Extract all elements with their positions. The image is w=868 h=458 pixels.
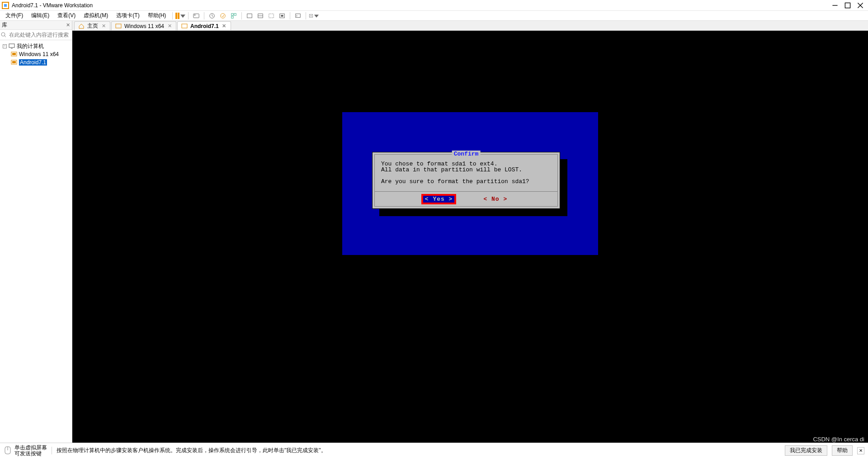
vm-tree: − 我的计算机 Windows 11 x64 Android7.1 xyxy=(0,40,72,68)
tab-windows[interactable]: Windows 11 x64 ✕ xyxy=(111,21,176,30)
vm-icon xyxy=(181,23,188,29)
search-icon xyxy=(1,32,6,38)
svg-marker-22 xyxy=(314,14,319,17)
tree-item-label: Android7.1 xyxy=(19,59,47,66)
tab-label: Android7.1 xyxy=(190,23,219,29)
statusbar: 单击虚拟屏幕 可发送按键 按照在物理计算机中的步骤安装客户机操作系统。完成安装后… xyxy=(0,443,868,458)
maximize-button[interactable] xyxy=(844,2,851,9)
tree-root-label: 我的计算机 xyxy=(17,42,44,50)
svg-rect-33 xyxy=(182,24,187,28)
status-tip-line1: 单击虚拟屏幕 xyxy=(14,445,47,451)
pause-icon xyxy=(175,13,179,19)
vm-icon xyxy=(11,51,17,57)
home-icon xyxy=(78,23,85,29)
minimize-button[interactable] xyxy=(832,2,838,9)
chevron-down-icon xyxy=(314,13,319,19)
close-button[interactable] xyxy=(857,2,863,9)
svg-point-23 xyxy=(1,33,5,36)
tabbar: 主页 ✕ Windows 11 x64 ✕ Android7.1 ✕ xyxy=(72,21,868,31)
separator xyxy=(375,191,557,192)
menu-tabs[interactable]: 选项卡(T) xyxy=(113,11,143,20)
svg-line-24 xyxy=(5,36,6,37)
separator xyxy=(306,12,306,19)
svg-rect-7 xyxy=(193,14,199,18)
view-unity-button[interactable] xyxy=(266,11,276,21)
tree-item-android[interactable]: Android7.1 xyxy=(1,58,71,66)
library-header: 库 ✕ xyxy=(0,21,72,30)
collapse-icon[interactable]: − xyxy=(3,44,7,48)
snapshot-take-button[interactable] xyxy=(207,11,217,21)
menu-vm[interactable]: 虚拟机(M) xyxy=(80,11,112,20)
status-tip: 单击虚拟屏幕 可发送按键 xyxy=(4,445,47,457)
menu-help[interactable]: 帮助(H) xyxy=(144,11,170,20)
vm-console[interactable]: Confirm You chose to format sda1 to ext4… xyxy=(72,31,868,443)
svg-rect-26 xyxy=(9,44,14,47)
tab-close-button[interactable]: ✕ xyxy=(101,24,106,29)
chevron-down-icon xyxy=(180,13,185,19)
confirm-dialog: Confirm You chose to format sda1 to ext4… xyxy=(372,152,560,209)
dialog-no-button[interactable]: < No > xyxy=(481,196,509,203)
svg-rect-19 xyxy=(281,15,283,17)
tab-home[interactable]: 主页 ✕ xyxy=(74,21,110,30)
view-multi-button[interactable] xyxy=(255,11,265,21)
svg-point-10 xyxy=(221,13,226,18)
dialog-line-2: All data in that partition will be LOST. xyxy=(381,166,522,173)
dialog-yes-button[interactable]: < Yes > xyxy=(423,196,455,203)
svg-rect-17 xyxy=(269,14,274,18)
snapshot-revert-button[interactable] xyxy=(218,11,228,21)
install-done-button[interactable]: 我已完成安装 xyxy=(785,445,827,456)
menu-edit[interactable]: 编辑(E) xyxy=(28,11,53,20)
vm-icon xyxy=(115,23,122,29)
stretch-button[interactable] xyxy=(309,11,319,21)
svg-marker-6 xyxy=(180,14,185,18)
send-ctrl-alt-del-button[interactable] xyxy=(191,11,201,21)
window-buttons xyxy=(832,2,866,9)
dialog-body: You chose to format sda1 to ext4. All da… xyxy=(375,155,557,184)
help-button[interactable]: 帮助 xyxy=(832,445,853,456)
vm-screen: Confirm You chose to format sda1 to ext4… xyxy=(342,112,598,255)
console-button[interactable] xyxy=(293,11,303,21)
separator xyxy=(290,12,290,19)
library-sidebar: 库 ✕ − 我的计算机 Windows 11 x64 Android7.1 xyxy=(0,21,72,443)
dialog-line-3: Are you sure to format the partition sda… xyxy=(381,178,529,185)
tab-close-button[interactable]: ✕ xyxy=(167,24,172,29)
menu-view[interactable]: 查看(V) xyxy=(54,11,79,20)
svg-rect-20 xyxy=(296,14,301,17)
library-search xyxy=(0,30,72,40)
sidebar-close-button[interactable]: ✕ xyxy=(66,22,70,28)
separator xyxy=(188,12,189,19)
window-title: Android7.1 - VMware Workstation xyxy=(12,2,93,9)
pause-button[interactable] xyxy=(175,11,185,21)
tab-label: Windows 11 x64 xyxy=(124,23,164,29)
tree-root-my-computer[interactable]: − 我的计算机 xyxy=(1,42,71,50)
library-search-input[interactable] xyxy=(8,31,78,39)
titlebar: Android7.1 - VMware Workstation xyxy=(0,0,868,11)
vm-icon xyxy=(11,59,17,66)
svg-rect-12 xyxy=(234,13,236,15)
svg-rect-14 xyxy=(247,14,252,18)
content-area: 主页 ✕ Windows 11 x64 ✕ Android7.1 ✕ Confi… xyxy=(72,21,868,443)
status-dismiss-button[interactable]: ✕ xyxy=(857,447,864,454)
library-title: 库 xyxy=(2,21,7,29)
svg-rect-8 xyxy=(194,14,196,15)
menu-file[interactable]: 文件(F) xyxy=(2,11,27,20)
svg-rect-11 xyxy=(231,13,233,15)
svg-rect-1 xyxy=(4,4,7,7)
dialog-title: Confirm xyxy=(452,151,481,157)
tree-item-windows[interactable]: Windows 11 x64 xyxy=(1,50,71,58)
status-message: 按照在物理计算机中的步骤安装客户机操作系统。完成安装后，操作系统会进行引导，此时… xyxy=(52,447,326,454)
view-single-button[interactable] xyxy=(245,11,255,21)
separator xyxy=(172,12,173,19)
svg-rect-31 xyxy=(12,61,16,63)
dialog-button-row: < Yes > < No > xyxy=(375,196,557,203)
view-fullscreen-button[interactable] xyxy=(277,11,287,21)
tab-android[interactable]: Android7.1 ✕ xyxy=(177,21,231,30)
svg-rect-3 xyxy=(845,3,850,8)
menubar: 文件(F) 编辑(E) 查看(V) 虚拟机(M) 选项卡(T) 帮助(H) xyxy=(0,11,868,21)
svg-rect-13 xyxy=(231,16,233,18)
mouse-icon xyxy=(4,446,12,456)
snapshot-manager-button[interactable] xyxy=(229,11,239,21)
tab-close-button[interactable]: ✕ xyxy=(222,24,227,29)
separator xyxy=(241,12,242,19)
tab-label: 主页 xyxy=(87,22,98,30)
